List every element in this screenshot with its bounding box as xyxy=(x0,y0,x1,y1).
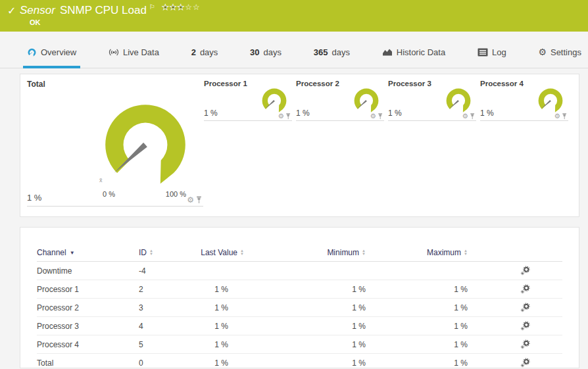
processor-1-gauge-tile[interactable]: Processor 1 1 % ⚙ xyxy=(204,80,292,121)
sort-desc-icon[interactable]: ▼ xyxy=(70,250,75,256)
tab-2-days-unit: days xyxy=(200,47,218,57)
sensor-page: ✓ SensorSNMP CPU Load⚐ ★★★☆☆ OK Overview… xyxy=(0,0,588,369)
channel-id: -4 xyxy=(139,266,191,276)
tab-settings[interactable]: ⚙ Settings xyxy=(534,38,585,68)
pin-icon[interactable] xyxy=(285,113,291,120)
sort-icon[interactable]: ▲▼ xyxy=(149,249,153,256)
channel-minimum: 1 % xyxy=(244,285,366,294)
total-gauge-tile[interactable]: Total x̄ 0 % 100 % 1 % ⚙ xyxy=(27,80,203,207)
tab-log[interactable]: Log xyxy=(474,38,510,68)
star-empty-icons[interactable]: ☆☆ xyxy=(185,3,201,12)
channel-maximum: 1 % xyxy=(366,340,468,349)
processor-4-value: 1 % xyxy=(480,109,494,118)
processor-4-gauge xyxy=(535,85,566,115)
column-header-maximum-label: Maximum xyxy=(427,248,461,257)
gauge-max-label: 100 % xyxy=(166,190,186,198)
status-check-icon: ✓ xyxy=(7,5,16,17)
tab-30-days-number: 30 xyxy=(250,47,259,57)
processor-2-gauge xyxy=(351,85,381,115)
channel-settings-icon[interactable] xyxy=(520,321,530,331)
table-row-processor-1[interactable]: Processor 1 2 1 % 1 % 1 % xyxy=(37,280,562,299)
channel-settings-icon[interactable] xyxy=(520,284,530,294)
pin-icon[interactable] xyxy=(470,113,475,120)
channel-name: Processor 4 xyxy=(37,340,139,349)
gauge-icon xyxy=(27,47,37,57)
gear-icon[interactable]: ⚙ xyxy=(554,113,560,120)
channel-name: Processor 1 xyxy=(37,285,139,294)
tab-365-days-number: 365 xyxy=(314,47,328,57)
column-header-id[interactable]: ID ▲▼ xyxy=(139,248,191,257)
channel-last-value: 1 % xyxy=(191,285,244,294)
log-icon xyxy=(478,48,488,57)
channel-settings-icon[interactable] xyxy=(520,266,530,276)
tab-2-days[interactable]: 2 days xyxy=(187,38,222,68)
channel-id: 3 xyxy=(139,303,191,312)
sensor-kind-label: Sensor xyxy=(20,4,55,16)
gear-icon[interactable]: ⚙ xyxy=(462,113,468,120)
sort-icon[interactable]: ▲▼ xyxy=(464,249,468,256)
sensor-status-badge: OK xyxy=(30,18,41,26)
flag-icon: ⚐ xyxy=(149,3,155,11)
channel-minimum: 1 % xyxy=(244,322,366,331)
channel-maximum: 1 % xyxy=(366,322,468,331)
processor-1-title: Processor 1 xyxy=(204,80,247,87)
priority-stars[interactable]: ★★★☆☆ xyxy=(162,3,201,12)
gear-icon[interactable]: ⚙ xyxy=(187,196,194,204)
pin-icon[interactable] xyxy=(378,113,383,120)
tab-2-days-number: 2 xyxy=(191,47,196,57)
channel-minimum: 1 % xyxy=(244,340,366,349)
tab-30-days-unit: days xyxy=(264,47,282,57)
tab-historic-data-label: Historic Data xyxy=(397,47,445,57)
channel-maximum: 1 % xyxy=(366,303,468,312)
channel-maximum: 1 % xyxy=(366,358,468,368)
processor-3-gauge-tile[interactable]: Processor 3 1 % ⚙ xyxy=(388,80,476,121)
channel-name: Total xyxy=(37,358,139,368)
table-row-total[interactable]: Total 0 1 % 1 % 1 % xyxy=(37,354,562,368)
channels-table-panel: Channel ▼ ID ▲▼ Last Value ▲▼ Minimum ▲▼ xyxy=(20,227,579,368)
processor-3-title: Processor 3 xyxy=(388,80,431,87)
star-filled-icons[interactable]: ★★★ xyxy=(162,3,185,12)
channel-settings-icon[interactable] xyxy=(520,339,530,349)
table-row-processor-2[interactable]: Processor 2 3 1 % 1 % 1 % xyxy=(37,299,562,317)
average-marker: x̄ xyxy=(99,177,103,184)
tab-365-days-unit: days xyxy=(332,47,350,57)
tab-overview-label: Overview xyxy=(41,47,76,57)
area-chart-icon xyxy=(382,47,393,57)
processor-2-gauge-tile[interactable]: Processor 2 1 % ⚙ xyxy=(296,80,384,121)
tab-365-days[interactable]: 365 days xyxy=(310,38,354,68)
tab-30-days[interactable]: 30 days xyxy=(246,38,285,68)
processor-3-gauge xyxy=(443,85,474,115)
column-header-last-value[interactable]: Last Value ▲▼ xyxy=(191,248,244,257)
column-header-channel[interactable]: Channel ▼ xyxy=(37,248,139,257)
channel-last-value: 1 % xyxy=(191,358,244,368)
gear-icon[interactable]: ⚙ xyxy=(278,113,284,120)
broadcast-icon xyxy=(109,47,119,57)
tab-overview[interactable]: Overview xyxy=(23,38,80,68)
pin-icon[interactable] xyxy=(196,196,202,204)
pin-icon[interactable] xyxy=(562,113,567,120)
channel-last-value: 1 % xyxy=(191,303,244,312)
column-header-maximum[interactable]: Maximum ▲▼ xyxy=(366,248,468,257)
table-row-processor-3[interactable]: Processor 3 4 1 % 1 % 1 % xyxy=(37,317,562,335)
channel-name: Processor 2 xyxy=(37,303,139,312)
channel-settings-icon[interactable] xyxy=(520,303,530,312)
column-header-minimum[interactable]: Minimum ▲▼ xyxy=(244,248,366,257)
table-row-downtime[interactable]: Downtime -4 xyxy=(37,262,562,280)
processor-4-gauge-tile[interactable]: Processor 4 1 % ⚙ xyxy=(480,80,568,121)
channel-settings-icon[interactable] xyxy=(520,358,530,368)
tab-live-data-label: Live Data xyxy=(123,47,159,57)
processor-2-value: 1 % xyxy=(296,109,310,118)
channel-last-value: 1 % xyxy=(191,322,244,331)
channel-name: Processor 3 xyxy=(37,322,139,331)
sensor-title: SNMP CPU Load xyxy=(60,4,147,16)
processor-2-title: Processor 2 xyxy=(296,80,339,87)
gear-icon[interactable]: ⚙ xyxy=(370,113,376,120)
tab-live-data[interactable]: Live Data xyxy=(105,38,163,68)
processor-1-gauge xyxy=(259,85,289,115)
processor-3-value: 1 % xyxy=(388,109,402,118)
tab-historic-data[interactable]: Historic Data xyxy=(378,38,449,68)
channel-id: 5 xyxy=(139,340,191,349)
table-row-processor-4[interactable]: Processor 4 5 1 % 1 % 1 % xyxy=(37,335,562,354)
channels-table-header: Channel ▼ ID ▲▼ Last Value ▲▼ Minimum ▲▼ xyxy=(37,244,562,262)
total-gauge-title: Total xyxy=(27,80,45,89)
